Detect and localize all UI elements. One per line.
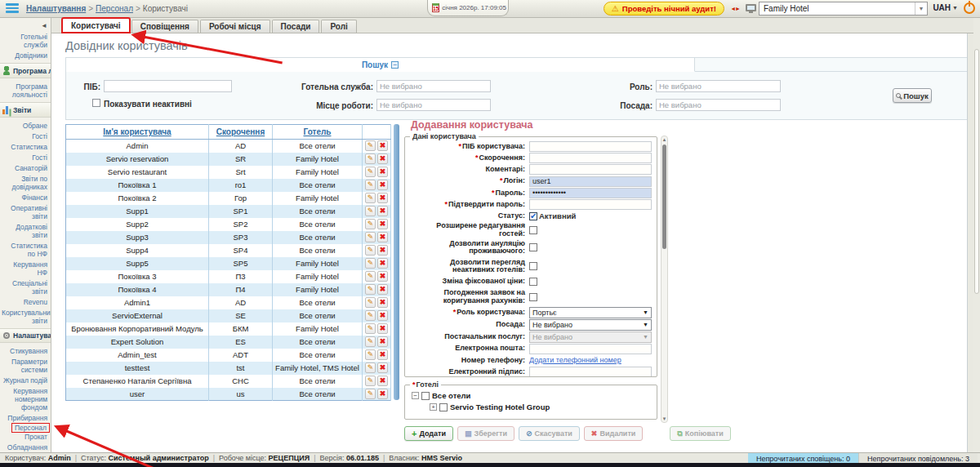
table-row[interactable]: Бронювання Корпоративний МодульБКМFamily… xyxy=(66,322,391,336)
delete-row-button[interactable]: ✖ xyxy=(377,258,388,269)
edit-row-button[interactable]: ✎ xyxy=(365,245,376,256)
form-input[interactable] xyxy=(529,199,652,210)
table-row[interactable]: Покоївка 2ГорFamily Hotel✎✖ xyxy=(66,192,391,205)
edit-row-button[interactable]: ✎ xyxy=(365,206,376,216)
expand-node-icon[interactable]: + xyxy=(430,403,437,411)
tab-active[interactable]: Користувачі xyxy=(62,18,130,33)
form-select[interactable]: Портьє▼ xyxy=(529,307,652,318)
search-panel-header[interactable]: Пошук − xyxy=(66,58,695,72)
table-scrollbar[interactable] xyxy=(394,124,399,400)
sidebar-item[interactable]: Керування НФ xyxy=(0,259,51,278)
night-audit-warning-button[interactable]: ⚠ Проведіть нічний аудит! xyxy=(604,2,724,16)
collapse-node-icon[interactable]: − xyxy=(412,392,419,399)
table-row[interactable]: Покоївка 4П4Family Hotel✎✖ xyxy=(66,283,391,296)
sidebar-item[interactable]: Журнал подій xyxy=(0,375,51,385)
sidebar-item[interactable]: Керування номерним фондом xyxy=(0,385,51,412)
table-sort-header[interactable]: Скорочення xyxy=(209,125,273,140)
sidebar-item[interactable]: Revenu xyxy=(0,296,51,307)
form-input[interactable] xyxy=(529,164,652,175)
hotel-selector[interactable]: Family Hotel ▼ xyxy=(759,2,928,16)
window-scrollbar[interactable] xyxy=(973,18,980,452)
form-input[interactable] xyxy=(529,344,652,354)
sidebar-collapse-icon[interactable]: ◄ xyxy=(41,22,47,29)
form-checkbox[interactable] xyxy=(529,293,537,301)
delete-row-button[interactable]: ✖ xyxy=(377,232,388,242)
edit-row-button[interactable]: ✎ xyxy=(365,349,376,360)
delete-row-button[interactable]: ✖ xyxy=(377,349,388,360)
table-row[interactable]: Покоївка 3П3Family Hotel✎✖ xyxy=(66,270,391,283)
sidebar-item[interactable]: Оперативні звіти xyxy=(0,202,51,221)
table-row[interactable]: testtesttstFamily Hotel, TMS Hotel✎✖ xyxy=(66,362,391,375)
table-row[interactable]: Supp4SP4Все отели✎✖ xyxy=(66,244,391,257)
delete-row-button[interactable]: ✖ xyxy=(377,284,388,295)
sidebar-item[interactable]: Статистика xyxy=(0,141,51,152)
edit-row-button[interactable]: ✎ xyxy=(365,284,376,295)
edit-row-button[interactable]: ✎ xyxy=(365,362,376,373)
sidebar-item[interactable]: Готельні служби xyxy=(0,31,51,50)
table-row[interactable]: ServioExternalSEВсе отели✎✖ xyxy=(66,309,391,322)
currency-selector[interactable]: UAH▼ xyxy=(933,3,958,12)
edit-row-button[interactable]: ✎ xyxy=(365,336,376,347)
sidebar-item[interactable]: Фінанси xyxy=(0,192,51,202)
sidebar-section-header[interactable]: Програма лояльності xyxy=(0,63,51,78)
workplace-input[interactable] xyxy=(376,99,491,111)
tab-item[interactable]: Ролі xyxy=(321,20,356,33)
edit-row-button[interactable]: ✎ xyxy=(365,153,376,164)
edit-row-button[interactable]: ✎ xyxy=(365,310,376,321)
table-sort-header[interactable]: Ім'я користувача xyxy=(66,125,209,140)
table-row[interactable]: Admin1ADВсе отели✎✖ xyxy=(66,296,391,309)
panel-resize-arrows-icon[interactable]: ◄► xyxy=(730,6,740,11)
collapse-search-icon[interactable]: − xyxy=(391,61,399,69)
sidebar-item[interactable]: Параметри системи xyxy=(0,356,51,375)
delete-row-button[interactable]: ✖ xyxy=(377,323,388,334)
scroll-down-icon[interactable]: ▼ xyxy=(662,416,667,421)
delete-row-button[interactable]: ✖ xyxy=(377,193,388,203)
scroll-thumb[interactable] xyxy=(662,145,666,249)
form-checkbox[interactable] xyxy=(529,226,537,234)
table-row[interactable]: Expert SolutionESВсе отели✎✖ xyxy=(66,336,391,349)
sidebar-item[interactable]: Статистика по НФ xyxy=(0,240,51,259)
sidebar-item[interactable]: Прибирання xyxy=(0,412,51,423)
delete-row-button[interactable]: ✖ xyxy=(377,271,388,282)
sidebar-item[interactable]: Санаторій xyxy=(0,162,51,173)
form-checkbox[interactable] xyxy=(529,243,537,251)
table-row[interactable]: Supp2SP2Все отели✎✖ xyxy=(66,218,391,231)
form-input[interactable] xyxy=(529,153,652,163)
form-checkbox[interactable] xyxy=(529,212,537,220)
sidebar-item[interactable]: Програма лояльності xyxy=(0,81,51,100)
delete-row-button[interactable]: ✖ xyxy=(377,219,388,229)
table-row[interactable]: Servio reservationSRFamily Hotel✎✖ xyxy=(66,153,391,166)
delete-row-button[interactable]: ✖ xyxy=(377,336,388,347)
hotel-checkbox[interactable] xyxy=(439,403,448,411)
delete-row-button[interactable]: ✖ xyxy=(377,362,388,373)
sidebar-item[interactable]: Додаткові звіти xyxy=(0,221,51,240)
delete-row-button[interactable]: ✖ xyxy=(377,310,388,321)
hotel-service-input[interactable] xyxy=(376,80,491,92)
table-sort-header[interactable]: Готель xyxy=(273,125,363,140)
breadcrumb-item[interactable]: Персонал xyxy=(96,4,133,13)
edit-row-button[interactable]: ✎ xyxy=(365,389,376,399)
form-input[interactable] xyxy=(529,188,652,198)
form-input[interactable] xyxy=(529,367,652,377)
delete-row-button[interactable]: ✖ xyxy=(377,153,388,164)
edit-row-button[interactable]: ✎ xyxy=(365,258,376,269)
table-row[interactable]: Supp5SP5Family Hotel✎✖ xyxy=(66,257,391,270)
window-scroll-thumb[interactable] xyxy=(974,49,979,294)
delete-row-button[interactable]: ✖ xyxy=(377,140,388,151)
edit-row-button[interactable]: ✎ xyxy=(365,140,376,151)
table-row[interactable]: Степаненко Наталія СергіївнаСНСВсе отели… xyxy=(66,375,391,388)
tab-item[interactable]: Сповіщення xyxy=(131,20,198,33)
plus-button[interactable]: +Додати xyxy=(404,426,453,441)
sidebar-item[interactable]: Звіти по довідниках xyxy=(0,173,51,192)
role-input[interactable] xyxy=(656,80,781,92)
menu-icon[interactable] xyxy=(6,3,19,15)
add-phone-link[interactable]: Додати телефонний номер xyxy=(529,356,621,364)
tab-item[interactable]: Посади xyxy=(272,20,320,33)
delete-row-button[interactable]: ✖ xyxy=(377,297,388,308)
sidebar-item[interactable]: Стикування xyxy=(0,345,51,356)
search-button[interactable]: Пошук xyxy=(893,88,932,103)
sidebar-item[interactable]: Гості xyxy=(0,152,51,162)
sidebar-item-personal[interactable]: Персонал xyxy=(11,423,50,433)
table-row[interactable]: AdminADВсе отели✎✖ xyxy=(66,140,391,153)
edit-row-button[interactable]: ✎ xyxy=(365,271,376,282)
